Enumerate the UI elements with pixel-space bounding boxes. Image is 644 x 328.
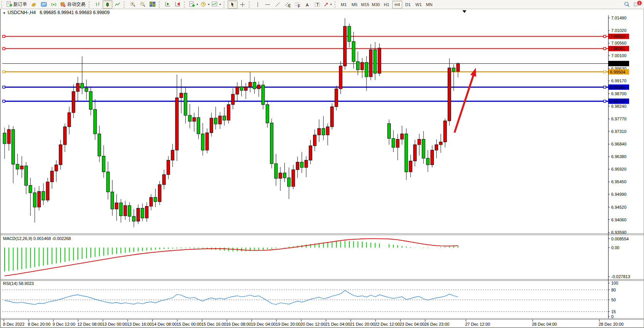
dropdown-arrow-icon: ▼ bbox=[330, 3, 332, 6]
trendline-button[interactable] bbox=[273, 0, 283, 9]
candle-up bbox=[313, 135, 316, 146]
line-handle[interactable] bbox=[604, 100, 606, 102]
candle-up bbox=[326, 127, 329, 135]
search-icon bbox=[623, 1, 630, 8]
time-label: 12 Dec 08:00 bbox=[77, 322, 102, 326]
candle-up bbox=[175, 98, 178, 150]
line-handle[interactable] bbox=[3, 35, 5, 37]
cursor-icon bbox=[230, 2, 236, 8]
candle-up bbox=[218, 116, 222, 124]
crosshair-icon bbox=[239, 2, 246, 8]
chart-canvas[interactable]: 7.014907.010207.005607.001006.996306.991… bbox=[0, 0, 644, 328]
fibonacci-button[interactable]: F bbox=[292, 0, 302, 9]
candle-down bbox=[262, 85, 265, 104]
text-label-button[interactable]: T bbox=[312, 0, 322, 9]
trend-arrow-line[interactable] bbox=[454, 74, 474, 133]
timeframe-w1[interactable]: W1 bbox=[414, 1, 424, 8]
time-label: 15 Dec 16:00 bbox=[201, 322, 226, 326]
arrow-objects-icon bbox=[323, 2, 329, 8]
rsi-tick-label: 15 bbox=[611, 309, 616, 314]
channel-icon: E bbox=[284, 2, 291, 8]
chart-shift-button[interactable] bbox=[163, 0, 173, 9]
candle-up bbox=[279, 173, 282, 178]
macd-tick-label: 0.00 bbox=[611, 245, 619, 250]
signals-button[interactable] bbox=[49, 0, 59, 9]
text-a-icon: A bbox=[304, 2, 310, 8]
zoom-in-button[interactable] bbox=[128, 0, 138, 9]
candle-up bbox=[149, 197, 153, 206]
ohlc-bars-icon bbox=[95, 2, 101, 8]
candle-down bbox=[3, 133, 6, 144]
auto-scroll-button[interactable] bbox=[173, 0, 183, 9]
timeframe-d1[interactable]: D1 bbox=[403, 1, 413, 8]
new-chart-button[interactable]: ▼ bbox=[188, 0, 199, 9]
line-chart-icon bbox=[114, 2, 120, 8]
vertical-line-button[interactable] bbox=[253, 0, 263, 9]
time-label: 22 Dec 12:00 bbox=[375, 322, 400, 326]
timeframe-bar: M1M5M15M30H1H4D1W1MN bbox=[339, 1, 435, 8]
bar-chart-button[interactable] bbox=[93, 0, 103, 9]
auto-trading-button[interactable]: 自动交易 bbox=[59, 0, 87, 9]
candle-down bbox=[85, 88, 88, 92]
arrows-button[interactable]: ▼ bbox=[322, 0, 333, 9]
timeframe-h4[interactable]: H4 bbox=[392, 1, 402, 8]
gold-button[interactable] bbox=[29, 0, 39, 9]
time-label: 13 Dec 16:00 bbox=[127, 322, 152, 326]
timeframe-m30[interactable]: M30 bbox=[371, 1, 381, 8]
blue-chart-icon bbox=[41, 1, 47, 8]
periods-button[interactable]: ▼ bbox=[199, 0, 211, 9]
line-handle[interactable] bbox=[604, 86, 606, 88]
collapse-triangle-icon[interactable]: ▼ bbox=[3, 11, 6, 15]
zoom-in-icon bbox=[130, 1, 136, 8]
candle-up bbox=[227, 104, 230, 120]
line-handle[interactable] bbox=[604, 35, 606, 37]
search-button[interactable] bbox=[622, 0, 632, 9]
price-tick-label: 6.95920 bbox=[611, 167, 626, 171]
time-label: 19 Dec 04:00 bbox=[251, 322, 276, 326]
candle-down bbox=[283, 173, 286, 178]
new-chart-icon bbox=[189, 1, 195, 8]
candle-up bbox=[244, 87, 247, 90]
candle-up bbox=[37, 191, 40, 207]
line-chart-button[interactable] bbox=[112, 0, 122, 9]
price-badge-label: 7.00361 bbox=[610, 46, 625, 51]
timeframe-m5[interactable]: M5 bbox=[350, 1, 360, 8]
line-handle[interactable] bbox=[604, 71, 606, 73]
line-handle[interactable] bbox=[3, 47, 5, 50]
timeframe-mn[interactable]: MN bbox=[424, 1, 434, 8]
toolbar-grip bbox=[159, 2, 161, 8]
candle-up bbox=[309, 146, 312, 160]
line-handle[interactable] bbox=[604, 47, 606, 50]
time-label: 27 Dec 12:00 bbox=[465, 322, 490, 326]
cursor-button[interactable] bbox=[228, 0, 238, 9]
timeframe-h1[interactable]: H1 bbox=[382, 1, 392, 8]
chart-ohlc-values: 6.99685 6.99941 6.99683 6.99809 bbox=[40, 10, 110, 15]
shift-marker[interactable] bbox=[463, 10, 466, 13]
time-label: 20 Dec 12:00 bbox=[300, 322, 325, 326]
indicators-button[interactable]: ▼ bbox=[211, 0, 222, 9]
rsi-tick-label: 50 bbox=[611, 298, 616, 302]
candle-up bbox=[292, 170, 295, 186]
time-label: 26 Dec 23:00 bbox=[424, 322, 449, 326]
line-handle[interactable] bbox=[3, 100, 5, 102]
candle-down bbox=[98, 134, 101, 156]
line-handle[interactable] bbox=[3, 71, 5, 73]
equidistant-channel-button[interactable]: E bbox=[283, 0, 292, 9]
candle-up bbox=[318, 128, 321, 135]
line-handle[interactable] bbox=[3, 86, 5, 88]
market-chart-button[interactable] bbox=[39, 0, 49, 9]
notifications-button[interactable]: 1 bbox=[632, 0, 642, 9]
timeframe-m15[interactable]: M15 bbox=[360, 1, 370, 8]
horizontal-line-button[interactable] bbox=[263, 0, 273, 9]
candle-up bbox=[409, 161, 412, 172]
time-label: 13 Dec 00:00 bbox=[102, 322, 127, 326]
new-order-button[interactable]: 新订单 bbox=[5, 0, 29, 9]
zoom-out-button[interactable] bbox=[138, 0, 148, 9]
tile-windows-button[interactable] bbox=[148, 0, 157, 9]
candlestick-chart-button[interactable] bbox=[103, 0, 112, 9]
text-button[interactable]: A bbox=[302, 0, 312, 9]
candle-down bbox=[405, 134, 408, 172]
timeframe-m1[interactable]: M1 bbox=[339, 1, 349, 8]
crosshair-button[interactable] bbox=[238, 0, 247, 9]
price-tick-label: 6.97770 bbox=[611, 117, 626, 121]
